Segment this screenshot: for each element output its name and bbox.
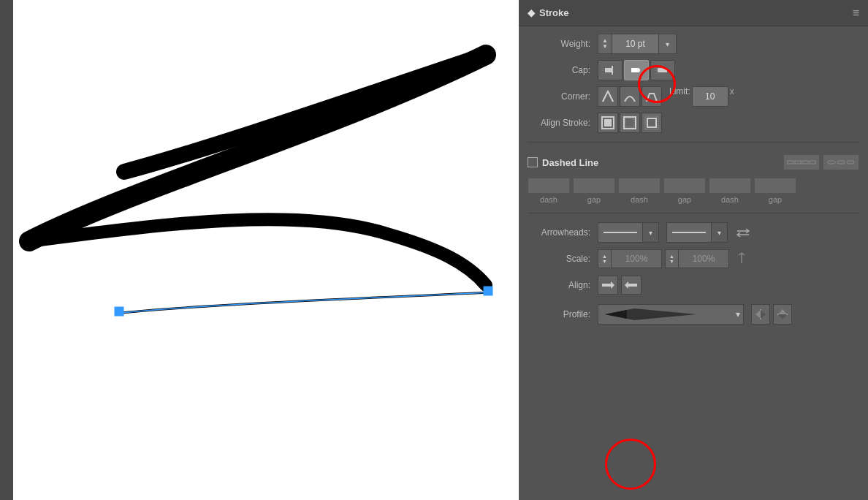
align-label: Align: (528, 280, 593, 290)
gap-1-label: gap (587, 195, 601, 204)
svg-rect-32 (628, 284, 637, 287)
gap-3-cell: gap (754, 178, 796, 204)
dashed-presets (783, 154, 859, 170)
weight-dropdown[interactable]: ▾ (659, 34, 677, 54)
weight-row: Weight: ▲ ▼ 10 pt ▾ (528, 34, 859, 54)
panel-body: Weight: ▲ ▼ 10 pt ▾ Cap: (519, 26, 868, 332)
panel-menu-button[interactable]: ≡ (853, 7, 859, 20)
align-row: Align: (528, 275, 859, 295)
scale-2-spinner[interactable]: ▲▼ (665, 249, 678, 268)
dash-2-cell: dash (618, 178, 660, 204)
arrowhead-end-box: ▾ (666, 222, 728, 243)
align-stroke-label: Align Stroke: (528, 118, 593, 128)
weight-value[interactable]: 10 pt (612, 34, 659, 54)
arrowhead-end-preview (667, 223, 711, 242)
align-arrow-1-button[interactable] (598, 276, 618, 295)
dash-3-cell: dash (709, 178, 751, 204)
stroke-panel: ◆ Stroke ≡ Weight: ▲ ▼ 10 pt ▾ Cap: (519, 0, 868, 500)
gap-3-label: gap (769, 195, 782, 204)
align-arrow-2-button[interactable] (621, 276, 642, 295)
svg-rect-16 (647, 118, 656, 127)
align-stroke-row: Align Stroke: (528, 113, 859, 133)
arrowheads-controls: ▾ ▾ (598, 222, 751, 243)
diamond-icon: ◆ (528, 7, 535, 18)
corner-row: Corner: (528, 86, 859, 107)
dash-3-input[interactable] (709, 178, 751, 194)
svg-marker-33 (625, 281, 628, 289)
weight-spinner[interactable]: ▲ ▼ (598, 34, 612, 54)
swap-arrowheads-button[interactable] (735, 224, 751, 240)
svg-rect-24 (847, 161, 854, 164)
corner-bevel-button[interactable] (642, 86, 662, 107)
corner-label: Corner: (528, 91, 593, 102)
scale-1-wrapper: ▲▼ 100% (598, 249, 662, 268)
profile-dropdown[interactable]: ▾ (598, 304, 744, 325)
scale-label: Scale: (528, 254, 593, 264)
link-scales-icon[interactable] (735, 251, 748, 267)
svg-rect-21 (810, 161, 815, 164)
corner-miter-button[interactable] (598, 86, 618, 107)
arrowhead-end-dropdown[interactable]: ▾ (711, 223, 727, 242)
gap-1-cell: gap (573, 178, 615, 204)
profile-highlight-circle (605, 439, 656, 490)
align-arrow-buttons (598, 276, 642, 295)
scale-1-spinner[interactable]: ▲▼ (598, 249, 611, 268)
limit-input[interactable]: 10 (692, 86, 728, 107)
align-inside-button[interactable] (598, 113, 618, 133)
dash-1-input[interactable] (528, 178, 570, 194)
dash-3-label: dash (721, 195, 739, 204)
dashed-preset-2[interactable] (823, 154, 859, 170)
cap-round-button[interactable] (624, 60, 649, 80)
svg-rect-3 (484, 287, 492, 295)
gap-2-input[interactable] (663, 178, 706, 194)
svg-rect-18 (788, 161, 793, 164)
panel-header: ◆ Stroke ≡ (519, 0, 868, 26)
profile-icons (751, 304, 792, 325)
dashed-line-row: Dashed Line (528, 154, 859, 170)
scale-row: Scale: ▲▼ 100% ▲▼ 100% (528, 249, 859, 269)
svg-rect-13 (604, 119, 612, 126)
limit-x[interactable]: x (730, 86, 734, 107)
gap-3-input[interactable] (754, 178, 796, 194)
scale-1-input[interactable]: 100% (611, 249, 662, 268)
panel-title-text: Stroke (539, 7, 568, 18)
svg-rect-19 (795, 161, 801, 164)
dash-1-cell: dash (528, 178, 570, 204)
align-outside-button[interactable] (642, 113, 662, 133)
svg-rect-30 (602, 284, 611, 287)
svg-rect-15 (625, 118, 634, 127)
flip-profile-h-button[interactable] (751, 304, 770, 325)
gap-1-input[interactable] (573, 178, 615, 194)
divider-2 (528, 213, 859, 213)
weight-label: Weight: (528, 39, 593, 49)
svg-rect-22 (828, 161, 835, 164)
flip-profile-v-button[interactable] (773, 304, 792, 325)
dash-gap-grid: dash gap dash gap dash gap (528, 178, 859, 204)
arrowheads-row: Arrowheads: ▾ ▾ (528, 222, 859, 243)
arrowhead-start-dropdown[interactable]: ▾ (642, 223, 658, 242)
cap-label: Cap: (528, 65, 593, 75)
panel-title: ◆ Stroke (528, 7, 568, 18)
dash-2-label: dash (631, 195, 648, 204)
cap-buttons (598, 60, 675, 80)
svg-rect-23 (837, 161, 845, 164)
arrowhead-start-box: ▾ (598, 222, 659, 243)
dashed-preset-1[interactable] (783, 154, 820, 170)
svg-marker-31 (611, 281, 614, 289)
gap-2-cell: gap (663, 178, 706, 204)
scale-2-input[interactable]: 100% (678, 249, 729, 268)
align-center-button[interactable] (620, 113, 640, 133)
cap-butt-button[interactable] (598, 60, 623, 80)
dash-2-input[interactable] (618, 178, 660, 194)
svg-rect-1 (0, 0, 13, 500)
svg-marker-35 (605, 310, 627, 319)
profile-label: Profile: (528, 309, 593, 319)
dashed-checkbox[interactable] (528, 157, 538, 167)
svg-rect-4 (605, 68, 612, 72)
cap-square-button[interactable] (650, 60, 675, 80)
scale-controls: ▲▼ 100% ▲▼ 100% (598, 249, 748, 268)
corner-round-button[interactable] (620, 86, 640, 107)
weight-control: ▲ ▼ 10 pt ▾ (598, 34, 677, 54)
corner-buttons: Limit: 10 x (598, 86, 734, 107)
divider-1 (528, 142, 859, 143)
